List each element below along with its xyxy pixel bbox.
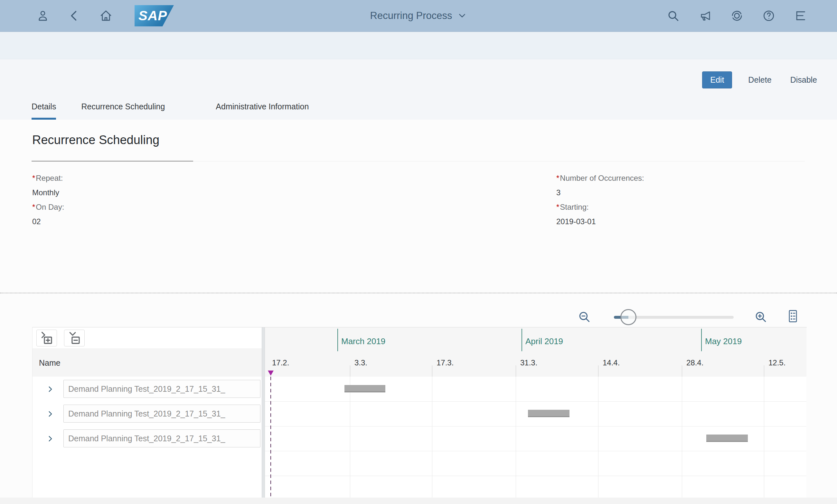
page-bottom [0, 498, 837, 504]
section-title-underline [32, 161, 193, 162]
back-icon[interactable] [68, 9, 81, 22]
gantt-chart-grid [265, 377, 806, 498]
shell-header: SAP Recurring Process [0, 0, 837, 32]
axis-tick-mark [598, 366, 599, 377]
field-label: *On Day: [32, 203, 64, 212]
home-icon[interactable] [99, 9, 113, 22]
gantt-bar[interactable] [344, 385, 385, 392]
row-name-input[interactable]: Demand Planning Test_2019_2_17_15_31_ [64, 429, 261, 447]
row-name-input[interactable]: Demand Planning Test_2019_2_17_15_31_ [64, 380, 261, 398]
sap-logo[interactable]: SAP [135, 5, 174, 26]
gantt-bar[interactable] [528, 410, 569, 417]
section-title: Recurrence Scheduling [32, 133, 159, 147]
shell-left-icons: SAP [36, 0, 174, 32]
month-separator [521, 329, 522, 351]
table-row [33, 476, 262, 498]
gantt-table-panel: Name Demand Planning Test_2019_2_17_15_3… [32, 328, 262, 498]
field-label: *Repeat: [32, 174, 63, 183]
table-row [33, 451, 262, 476]
required-asterisk: * [556, 203, 559, 211]
grid-line-vertical [682, 377, 682, 498]
zoom-slider-handle[interactable] [620, 309, 637, 325]
grid-line-horizontal [265, 476, 806, 476]
axis-tick-mark [682, 366, 682, 377]
month-label: May 2019 [705, 336, 742, 347]
expand-all-button[interactable] [36, 330, 57, 347]
expand-row-icon[interactable] [46, 410, 54, 418]
axis-tick-label: 31.3. [520, 358, 537, 367]
month-separator [337, 329, 338, 351]
expand-row-icon[interactable] [46, 385, 54, 393]
name-column-label: Name [39, 358, 60, 368]
axis-tick-label: 12.5. [768, 358, 785, 367]
month-label: March 2019 [341, 336, 385, 347]
shell-right-icons [666, 0, 807, 32]
grid-line-vertical [764, 377, 764, 498]
required-asterisk: * [556, 174, 559, 182]
table-row: Demand Planning Test_2019_2_17_15_31_ [33, 377, 262, 402]
gantt-bar[interactable] [706, 434, 748, 442]
axis-tick-mark [350, 366, 350, 377]
field-value: Monthly [32, 188, 59, 197]
grid-line-vertical [516, 377, 516, 498]
grid-line-vertical [598, 377, 599, 498]
today-marker-icon [268, 371, 274, 376]
tab-recurrence-scheduling[interactable]: Recurrence Scheduling [81, 102, 165, 120]
chevron-down-icon [457, 11, 467, 21]
copilot-icon[interactable] [730, 9, 744, 22]
grid-line-vertical [432, 377, 432, 498]
tab-details[interactable]: Details [32, 102, 56, 120]
table-row: Demand Planning Test_2019_2_17_15_31_ [33, 426, 262, 451]
delete-button[interactable]: Delete [746, 72, 774, 88]
required-asterisk: * [32, 203, 35, 211]
required-asterisk: * [32, 174, 35, 182]
grid-line-vertical [350, 377, 350, 498]
axis-tick-label: 28.4. [686, 358, 704, 367]
today-line [270, 377, 271, 498]
axis-tick-label: 17.2. [272, 358, 289, 367]
grid-line-horizontal [265, 451, 806, 451]
gantt-chart-panel: March 2019April 2019May 201917.2.3.3.17.… [265, 328, 806, 498]
notes-icon[interactable] [794, 9, 807, 22]
expand-row-icon[interactable] [46, 434, 54, 443]
axis-tick-mark [516, 366, 516, 377]
row-name-input[interactable]: Demand Planning Test_2019_2_17_15_31_ [64, 405, 261, 423]
field-value: 3 [556, 188, 560, 197]
grid-line-horizontal [265, 402, 806, 402]
object-page-header: Edit Delete Disable DetailsRecurrence Sc… [0, 59, 837, 120]
help-icon[interactable] [762, 9, 776, 22]
grid-line-horizontal [265, 426, 806, 427]
edit-button[interactable]: Edit [702, 71, 732, 89]
gantt-splitter[interactable] [262, 328, 265, 498]
name-column-header[interactable]: Name [33, 349, 262, 377]
axis-tick-mark [432, 366, 432, 377]
zoom-in-icon[interactable] [754, 310, 768, 324]
month-label: April 2019 [526, 336, 563, 347]
gantt-table-toolbar [33, 328, 262, 349]
legend-icon[interactable] [785, 309, 800, 323]
axis-tick-label: 14.4. [603, 358, 620, 367]
disable-button[interactable]: Disable [788, 72, 820, 88]
search-icon[interactable] [666, 9, 680, 22]
zoom-out-icon[interactable] [577, 310, 591, 324]
axis-tick-label: 17.3. [437, 358, 453, 367]
month-separator [701, 329, 702, 351]
table-row: Demand Planning Test_2019_2_17_15_31_ [33, 402, 262, 427]
field-value: 2019-03-01 [556, 217, 596, 226]
app-title-menu[interactable]: Recurring Process [370, 0, 467, 32]
person-icon[interactable] [36, 9, 50, 22]
recurrence-section: Recurrence Scheduling *Repeat:Monthly*On… [0, 120, 837, 293]
axis-tick-mark [764, 366, 764, 377]
field-value: 02 [32, 217, 41, 226]
megaphone-icon[interactable] [698, 9, 712, 22]
header-actions: Edit Delete Disable [702, 71, 820, 89]
collapse-all-button[interactable] [64, 330, 85, 347]
axis-tick-label: 3.3. [354, 358, 367, 367]
breadcrumb-band [0, 32, 837, 59]
section-separator [0, 293, 837, 293]
tab-administrative-information[interactable]: Administrative Information [216, 102, 309, 120]
field-label: *Starting: [556, 203, 589, 212]
tab-strip: DetailsRecurrence SchedulingAdministrati… [32, 102, 334, 120]
field-label: *Number of Occurrences: [556, 174, 644, 183]
gantt-table-rows: Demand Planning Test_2019_2_17_15_31_Dem… [33, 377, 262, 498]
